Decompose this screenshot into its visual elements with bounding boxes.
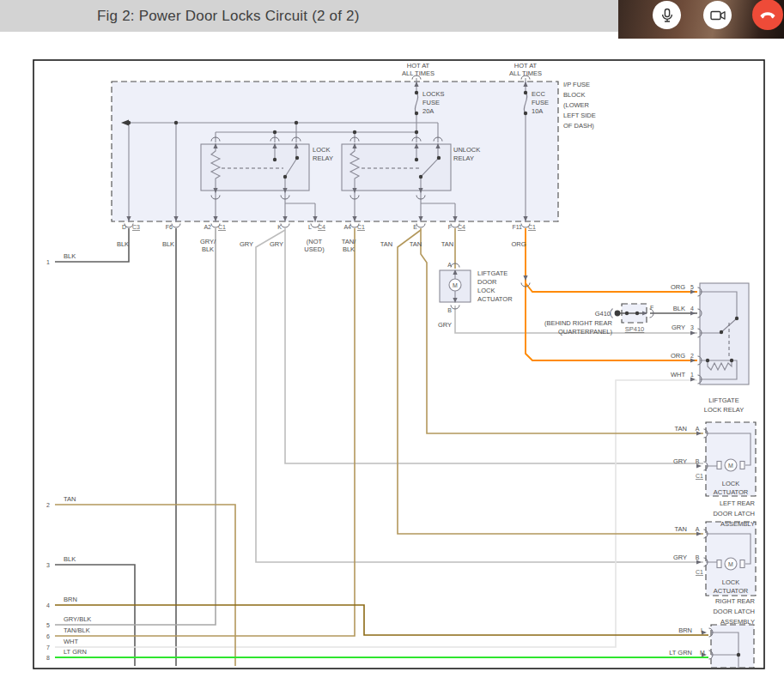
wire-label-gryblk: GRY/ (200, 238, 216, 245)
conn-c1: C1 (357, 224, 365, 230)
lr-pin4: 4 (690, 306, 694, 312)
right-rear-motor: M (717, 558, 744, 570)
ecc-fuse-rating: 10A (532, 107, 543, 115)
motor-letter: M (453, 282, 458, 288)
rrear-pin-a: A (696, 526, 700, 532)
liftgate-actuator-label: LIFTGATE (477, 269, 507, 277)
pin-f: F (448, 224, 452, 230)
lr-pin1: 1 (690, 372, 694, 378)
circuit-6-num: 6 (46, 633, 50, 639)
wire-label-tanblk: BLK (343, 245, 355, 253)
fuse-block-label: LEFT SIDE (563, 112, 596, 119)
fuse-block-label: (LOWER (563, 101, 590, 109)
circuit-3-label: BLK (64, 555, 76, 563)
lr-pin2-color: ORG (671, 352, 685, 360)
lr-pin5: 5 (690, 284, 694, 290)
locks-fuse-label: LOCKS (422, 90, 444, 98)
liftgate-relay-label: LIFTGATE (708, 396, 738, 404)
hot-label: ALL TIMES (402, 70, 435, 77)
motor-letter: M (728, 561, 733, 567)
rrear-a-color: TAN (675, 525, 687, 533)
pin-a4: A4 (343, 224, 351, 230)
motor-letter: M (728, 463, 733, 469)
rrear-pin-b: B (696, 554, 700, 560)
liftgate-actuator-label: LOCK (477, 287, 495, 294)
circuit-1-num: 1 (46, 259, 50, 265)
circuit-5-label: GRY/BLK (64, 615, 91, 623)
circuit-6-label: TAN/BLK (64, 626, 90, 634)
wire-label-not-used: USED) (304, 245, 325, 253)
wire-label-gry: GRY (270, 240, 283, 248)
rrear-actuator-label: LOCK (722, 578, 739, 586)
circuit-3-num: 3 (46, 562, 50, 568)
lrear-pin-a: A (696, 426, 700, 432)
rrear-assembly-label: DOOR LATCH (713, 608, 755, 615)
ground-location: QUARTERPANEL) (558, 328, 613, 336)
unlock-relay-label: RELAY (453, 154, 474, 162)
left-rear-motor: M (717, 459, 744, 471)
splice-pin-f: F (650, 305, 653, 311)
locks-fuse-rating: 20A (422, 107, 434, 115)
wire-label-blk: BLK (162, 240, 174, 248)
hot-label: ALL TIMES (509, 70, 542, 77)
wire-label-tan: TAN (380, 240, 392, 248)
wire-label-tan: TAN (441, 240, 453, 248)
conn-c1: C1 (218, 224, 226, 230)
circuit-4-label: BRN (64, 596, 77, 603)
lrear-actuator-label: LOCK (722, 480, 739, 487)
bottom-pin-l: L (701, 627, 704, 633)
conn-c3: C3 (132, 224, 140, 230)
liftgate-relay-label: LOCK RELAY (704, 406, 744, 414)
fuse-block-label: OF DASH) (563, 122, 594, 130)
lr-pin3: 3 (690, 324, 694, 330)
lock-relay-label: LOCK (313, 146, 330, 154)
actuator-wire-gry: GRY (438, 321, 452, 329)
lr-pin1-color: WHT (671, 371, 685, 378)
wiring-diagram: M M M (0, 0, 784, 696)
lrear-actuator-label: ACTUATOR (714, 488, 749, 496)
conn-c4: C4 (318, 224, 325, 230)
circuit-8-label: LT GRN (64, 648, 87, 656)
actuator-pin-a: A (447, 262, 452, 268)
bottom-pin-m: M (700, 650, 705, 656)
wire-label-blk: BLK (117, 240, 129, 248)
bottom-m-color: LT GRN (669, 649, 692, 657)
pin-a2: A2 (204, 224, 211, 230)
actuator-pin-b: B (447, 307, 452, 313)
hot-label: HOT AT (514, 62, 538, 70)
rrear-conn-c1: C1 (696, 569, 703, 575)
ip-fuse-block-box (112, 82, 558, 221)
ecc-fuse-label: ECC (532, 90, 545, 98)
lrear-a-color: TAN (675, 425, 687, 433)
liftgate-actuator-label: ACTUATOR (477, 295, 513, 303)
lr-pin4-color: BLK (673, 305, 685, 312)
hot-label: HOT AT (407, 62, 430, 70)
wire-label-gry: GRY (240, 240, 253, 248)
liftgate-actuator-label: DOOR (477, 278, 497, 286)
circuit-4-num: 4 (46, 602, 50, 608)
lrear-b-color: GRY (673, 457, 687, 465)
locks-fuse-label: FUSE (422, 99, 440, 106)
ground-location: (BEHIND RIGHT REAR (544, 319, 613, 327)
lr-pin5-color: ORG (671, 283, 685, 291)
ground-g410: G410 (595, 310, 611, 318)
wire-label-tanblk: TAN/ (342, 238, 356, 245)
lock-relay-box (201, 144, 309, 191)
unlock-relay-label: UNLOCK (453, 146, 480, 154)
fuse-block-label: BLOCK (563, 91, 585, 99)
lock-relay-label: RELAY (313, 154, 333, 162)
circuit-2-label: TAN (64, 495, 76, 503)
pin-k: K (277, 224, 282, 230)
circuit-7-num: 7 (46, 645, 50, 651)
wire-label-not-used: (NOT (307, 238, 323, 245)
lrear-conn-c1: C1 (696, 473, 703, 479)
pin-l: L (308, 224, 312, 230)
circuit-1-label: BLK (64, 252, 76, 260)
rrear-actuator-label: ACTUATOR (714, 587, 749, 595)
rrear-assembly-label: ASSEMBLY (720, 618, 755, 626)
lr-pin2: 2 (690, 353, 694, 359)
wire-label-tan: TAN (410, 240, 422, 248)
conn-c1: C1 (528, 224, 536, 230)
circuit-7-label: WHT (64, 638, 78, 645)
lr-pin3-color: GRY (672, 324, 685, 331)
